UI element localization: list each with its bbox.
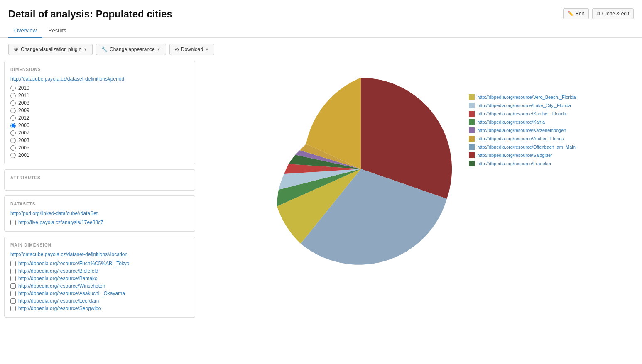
download-icon: ⊙ — [175, 46, 179, 52]
tab-results[interactable]: Results — [42, 24, 72, 38]
legend: http://dbpedia.org/resource/Vero_Beach,_… — [469, 69, 576, 166]
legend-color-box — [469, 161, 475, 166]
download-button[interactable]: ⊙ Download ▼ — [169, 44, 214, 55]
checkbox-input[interactable] — [10, 283, 16, 289]
checkbox-item[interactable]: http://live.payola.cz/analysis/17ee38c7 — [10, 220, 189, 225]
main-dimension-checkbox-group: http://dbpedia.org/resource/Fuch%C5%AB,_… — [10, 261, 189, 311]
header-actions: ✏️ Edit ⧉ Clone & edit — [563, 8, 634, 19]
clone-edit-button[interactable]: ⧉ Clone & edit — [592, 8, 634, 19]
datasets-checkbox-group: http://live.payola.cz/analysis/17ee38c7 — [10, 220, 189, 225]
toolbar: 👁 Change visualization plugin ▼ 🔧 Change… — [0, 38, 642, 61]
attributes-section: ATTRIBUTES — [4, 169, 195, 191]
tabs-bar: Overview Results — [0, 24, 642, 38]
legend-label: http://dbpedia.org/resource/Sanibel,_Flo… — [477, 111, 566, 116]
legend-item: http://dbpedia.org/resource/Kahla — [469, 119, 576, 125]
datasets-uri[interactable]: http://purl.org/linked-data/cube#dataSet — [10, 210, 189, 216]
legend-item: http://dbpedia.org/resource/Salzgitter — [469, 152, 576, 158]
caret-icon-3: ▼ — [205, 47, 209, 51]
legend-item: http://dbpedia.org/resource/Lake_City,_F… — [469, 103, 576, 108]
checkbox-input[interactable] — [10, 220, 16, 225]
radio-item[interactable]: 2012 — [10, 115, 189, 121]
checkbox-input[interactable] — [10, 269, 16, 274]
caret-icon-2: ▼ — [157, 47, 161, 51]
radio-input-2006[interactable] — [10, 123, 16, 128]
dimensions-section: DIMENSIONS http://datacube.payola.cz/dat… — [4, 61, 195, 164]
dimensions-uri[interactable]: http://datacube.payola.cz/dataset-defini… — [10, 76, 189, 82]
legend-color-box — [469, 103, 475, 108]
checkbox-input[interactable] — [10, 306, 16, 311]
radio-input-2001[interactable] — [10, 153, 16, 158]
radio-item[interactable]: 2009 — [10, 107, 189, 113]
page-title: Detail of analysis: Populated cities — [8, 8, 172, 20]
radio-item[interactable]: 2006 — [10, 122, 189, 128]
radio-item[interactable]: 2003 — [10, 137, 189, 143]
checkbox-item[interactable]: http://dbpedia.org/resource/Fuch%C5%AB,_… — [10, 261, 189, 266]
edit-icon: ✏️ — [568, 11, 574, 17]
datasets-title: DATASETS — [10, 202, 189, 206]
dimensions-radio-group: 2010201120082009201220062007200320052001 — [10, 85, 189, 158]
clone-icon: ⧉ — [597, 11, 600, 17]
main-content: DIMENSIONS http://datacube.payola.cz/dat… — [0, 61, 642, 318]
edit-button[interactable]: ✏️ Edit — [563, 8, 589, 19]
radio-input-2008[interactable] — [10, 100, 16, 106]
checkbox-item[interactable]: http://dbpedia.org/resource/Asakuchi,_Ok… — [10, 291, 189, 296]
legend-label: http://dbpedia.org/resource/Lake_City,_F… — [477, 103, 571, 108]
radio-input-2011[interactable] — [10, 93, 16, 98]
legend-label: http://dbpedia.org/resource/Offenbach_am… — [477, 144, 575, 149]
eye-icon: 👁 — [14, 46, 19, 52]
wrench-icon: 🔧 — [101, 46, 108, 52]
checkbox-input[interactable] — [10, 298, 16, 304]
legend-label: http://dbpedia.org/resource/Archer,_Flor… — [477, 136, 564, 141]
checkbox-item[interactable]: http://dbpedia.org/resource/Bielefeld — [10, 268, 189, 274]
legend-label: http://dbpedia.org/resource/Kahla — [477, 120, 545, 125]
radio-item[interactable]: 2010 — [10, 85, 189, 91]
dimensions-title: DIMENSIONS — [10, 67, 189, 72]
main-dimension-section: MAIN DIMENSION http://datacube.payola.cz… — [4, 237, 195, 318]
legend-color-box — [469, 136, 475, 142]
radio-input-2012[interactable] — [10, 115, 16, 121]
legend-item: http://dbpedia.org/resource/Archer,_Flor… — [469, 136, 576, 142]
legend-color-box — [469, 152, 475, 158]
legend-item: http://dbpedia.org/resource/Sanibel,_Flo… — [469, 111, 576, 117]
legend-color-box — [469, 127, 475, 133]
legend-color-box — [469, 111, 475, 117]
checkbox-input[interactable] — [10, 291, 16, 296]
radio-input-2010[interactable] — [10, 86, 16, 91]
radio-item[interactable]: 2008 — [10, 100, 189, 106]
main-dimension-uri[interactable]: http://datacube.payola.cz/dataset-defini… — [10, 252, 189, 257]
change-viz-plugin-button[interactable]: 👁 Change visualization plugin ▼ — [8, 44, 93, 55]
checkbox-item[interactable]: http://dbpedia.org/resource/Winschoten — [10, 283, 189, 289]
attributes-title: ATTRIBUTES — [10, 176, 189, 180]
main-dimension-title: MAIN DIMENSION — [10, 243, 189, 247]
checkbox-item[interactable]: http://dbpedia.org/resource/Seogwipo — [10, 305, 189, 311]
legend-color-box — [469, 119, 475, 125]
radio-item[interactable]: 2011 — [10, 93, 189, 98]
chart-area: http://dbpedia.org/resource/Vero_Beach,_… — [199, 61, 638, 318]
legend-item: http://dbpedia.org/resource/Katzenelnbog… — [469, 127, 576, 133]
radio-input-2009[interactable] — [10, 108, 16, 113]
legend-item: http://dbpedia.org/resource/Franeker — [469, 161, 576, 166]
checkbox-input[interactable] — [10, 261, 16, 266]
legend-item: http://dbpedia.org/resource/Offenbach_am… — [469, 144, 576, 150]
legend-label: http://dbpedia.org/resource/Vero_Beach,_… — [477, 95, 576, 100]
change-appearance-button[interactable]: 🔧 Change appearance ▼ — [96, 44, 166, 55]
caret-icon: ▼ — [83, 47, 87, 51]
tab-overview[interactable]: Overview — [8, 24, 42, 38]
legend-color-box — [469, 94, 475, 100]
radio-item[interactable]: 2007 — [10, 130, 189, 136]
radio-input-2005[interactable] — [10, 145, 16, 151]
pie-chart — [261, 69, 461, 269]
checkbox-item[interactable]: http://dbpedia.org/resource/Bamako — [10, 276, 189, 281]
datasets-section: DATASETS http://purl.org/linked-data/cub… — [4, 195, 195, 232]
sidebar: DIMENSIONS http://datacube.payola.cz/dat… — [4, 61, 195, 318]
legend-label: http://dbpedia.org/resource/Katzenelnbog… — [477, 128, 566, 133]
radio-input-2007[interactable] — [10, 130, 16, 136]
radio-input-2003[interactable] — [10, 138, 16, 143]
radio-item[interactable]: 2005 — [10, 145, 189, 151]
legend-color-box — [469, 144, 475, 150]
checkbox-input[interactable] — [10, 276, 16, 281]
radio-item[interactable]: 2001 — [10, 152, 189, 158]
legend-label: http://dbpedia.org/resource/Salzgitter — [477, 153, 552, 158]
legend-label: http://dbpedia.org/resource/Franeker — [477, 161, 551, 166]
checkbox-item[interactable]: http://dbpedia.org/resource/Leerdam — [10, 298, 189, 304]
